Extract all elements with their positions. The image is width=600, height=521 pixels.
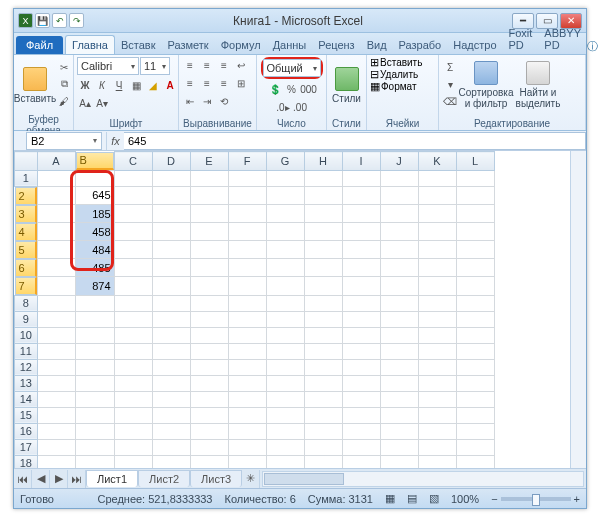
- zoom-slider[interactable]: −+: [491, 493, 580, 505]
- cell[interactable]: [380, 423, 418, 439]
- cell[interactable]: [37, 311, 75, 327]
- cell[interactable]: [190, 311, 228, 327]
- row-header[interactable]: 2: [15, 187, 37, 205]
- row-header[interactable]: 11: [15, 343, 38, 359]
- cell[interactable]: [266, 295, 304, 311]
- cell[interactable]: [114, 455, 152, 468]
- cell[interactable]: [304, 241, 342, 259]
- cell[interactable]: [266, 439, 304, 455]
- cell[interactable]: [190, 375, 228, 391]
- cell[interactable]: [37, 241, 75, 259]
- indent-dec-icon[interactable]: ⇤: [182, 93, 198, 109]
- tab-review[interactable]: Реценз: [312, 36, 360, 54]
- cell[interactable]: [380, 205, 418, 223]
- name-box[interactable]: B2▾: [26, 132, 102, 150]
- format-painter-icon[interactable]: 🖌: [56, 93, 72, 109]
- cell[interactable]: [342, 205, 380, 223]
- cell[interactable]: [304, 259, 342, 277]
- cell[interactable]: [380, 311, 418, 327]
- cell[interactable]: [342, 391, 380, 407]
- sheet-tab-1[interactable]: Лист1: [86, 470, 138, 487]
- cell[interactable]: [152, 170, 190, 186]
- font-size-select[interactable]: 11▾: [140, 57, 170, 75]
- col-header[interactable]: C: [114, 152, 152, 171]
- tab-developer[interactable]: Разрабо: [393, 36, 448, 54]
- cell[interactable]: [380, 455, 418, 468]
- view-normal-icon[interactable]: ▦: [385, 492, 395, 505]
- row-header[interactable]: 7: [15, 277, 37, 295]
- row-header[interactable]: 13: [15, 375, 38, 391]
- col-header[interactable]: B: [76, 152, 114, 170]
- cell[interactable]: [228, 295, 266, 311]
- cell[interactable]: [75, 327, 114, 343]
- cell[interactable]: [37, 391, 75, 407]
- cell[interactable]: [114, 311, 152, 327]
- cell[interactable]: [418, 259, 456, 277]
- cell[interactable]: [266, 277, 304, 296]
- cell[interactable]: [456, 295, 494, 311]
- cell[interactable]: [342, 455, 380, 468]
- new-sheet-icon[interactable]: ✳: [242, 470, 260, 488]
- cell[interactable]: [152, 186, 190, 205]
- cell[interactable]: [228, 391, 266, 407]
- cell[interactable]: 485: [75, 259, 114, 277]
- align-center-icon[interactable]: ≡: [199, 75, 215, 91]
- cell[interactable]: [114, 375, 152, 391]
- cell[interactable]: [114, 241, 152, 259]
- cell[interactable]: [190, 170, 228, 186]
- cell[interactable]: [456, 259, 494, 277]
- font-name-select[interactable]: Calibri▾: [77, 57, 139, 75]
- font-color-icon[interactable]: A: [162, 77, 178, 93]
- cell[interactable]: [304, 455, 342, 468]
- cell[interactable]: [75, 375, 114, 391]
- row-header[interactable]: 15: [15, 407, 38, 423]
- cell[interactable]: [152, 277, 190, 296]
- cell[interactable]: [418, 407, 456, 423]
- cell[interactable]: [418, 223, 456, 241]
- zoom-level[interactable]: 100%: [451, 493, 479, 505]
- cell[interactable]: [304, 186, 342, 205]
- cell[interactable]: [190, 259, 228, 277]
- cell[interactable]: [75, 455, 114, 468]
- cell[interactable]: [266, 259, 304, 277]
- sheet-tab-3[interactable]: Лист3: [190, 470, 242, 487]
- cell[interactable]: [456, 343, 494, 359]
- orientation-icon[interactable]: ⟲: [216, 93, 232, 109]
- tab-data[interactable]: Данны: [267, 36, 313, 54]
- cell[interactable]: [75, 359, 114, 375]
- cell[interactable]: [456, 359, 494, 375]
- cell[interactable]: [190, 223, 228, 241]
- tab-home[interactable]: Главна: [65, 35, 115, 54]
- cell[interactable]: [304, 311, 342, 327]
- col-header[interactable]: F: [228, 152, 266, 171]
- cell[interactable]: [152, 259, 190, 277]
- cell[interactable]: [342, 439, 380, 455]
- vertical-scrollbar[interactable]: [570, 151, 586, 468]
- redo-icon[interactable]: ↷: [69, 13, 84, 28]
- cell[interactable]: [75, 391, 114, 407]
- cell[interactable]: [304, 391, 342, 407]
- cell[interactable]: 458: [75, 223, 114, 241]
- cell[interactable]: [380, 259, 418, 277]
- row-header[interactable]: 18: [15, 455, 38, 468]
- col-header[interactable]: K: [418, 152, 456, 171]
- shrink-font-icon[interactable]: A▾: [94, 95, 110, 111]
- cell[interactable]: [152, 205, 190, 223]
- cell[interactable]: [342, 359, 380, 375]
- inc-decimal-icon[interactable]: .0▸: [275, 99, 291, 115]
- cell[interactable]: [380, 343, 418, 359]
- indent-inc-icon[interactable]: ⇥: [199, 93, 215, 109]
- align-top-icon[interactable]: ≡: [182, 57, 198, 73]
- cell[interactable]: [342, 241, 380, 259]
- cell[interactable]: [380, 327, 418, 343]
- cell[interactable]: [114, 170, 152, 186]
- cell[interactable]: [152, 223, 190, 241]
- cell[interactable]: [37, 327, 75, 343]
- cell[interactable]: [228, 439, 266, 455]
- cell[interactable]: [190, 277, 228, 296]
- cell[interactable]: [418, 186, 456, 205]
- row-header[interactable]: 16: [15, 423, 38, 439]
- cell[interactable]: [266, 205, 304, 223]
- row-header[interactable]: 4: [15, 223, 37, 241]
- find-select-button[interactable]: Найти и выделить: [514, 57, 562, 113]
